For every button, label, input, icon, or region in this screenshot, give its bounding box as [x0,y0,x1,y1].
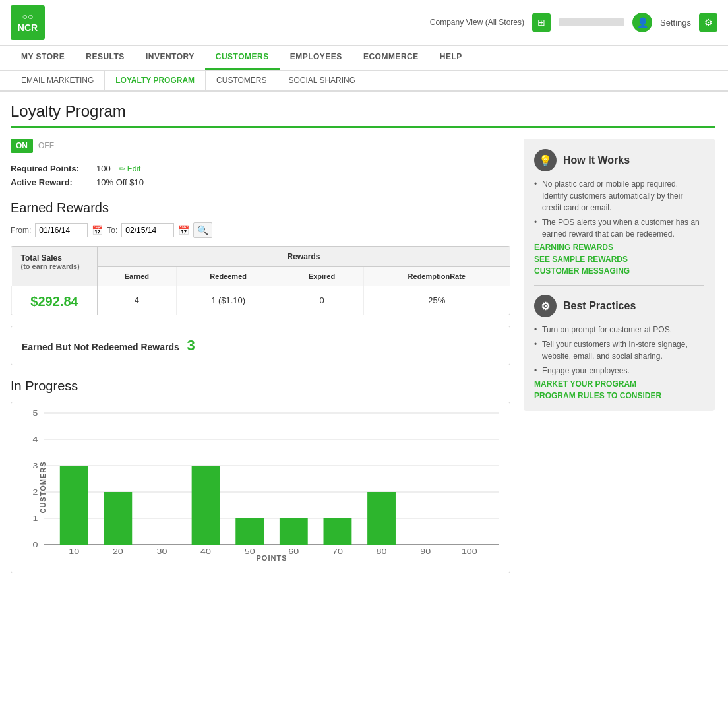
avatar: 👤 [632,13,652,32]
green-divider [11,126,715,128]
sidebar-box: 💡 How It Works No plastic card or mobile… [524,139,715,411]
ncr-logo: ○○NCR [11,5,45,40]
sub-nav: EMAIL MARKETING LOYALTY PROGRAM CUSTOMER… [0,71,728,92]
nav-item-ecommerce[interactable]: ECOMMERCE [353,46,429,70]
nav-item-employees[interactable]: EMPLOYEES [280,46,353,70]
settings-gear-btn[interactable]: ⚙ [699,13,717,32]
how-it-works-bullet1: No plastic card or mobile app required. … [534,178,704,214]
svg-rect-17 [192,466,220,545]
earning-rewards-link[interactable]: EARNING REWARDS [534,243,704,252]
svg-text:90: 90 [420,547,431,556]
nav-item-results[interactable]: RESULTS [75,46,135,70]
best-practices-bullet1: Turn on prompt for customer at POS. [534,324,704,336]
best-practices-title: Best Practices [563,300,636,312]
in-progress-title: In Progress [11,379,510,394]
sidebar-divider [534,285,704,286]
active-reward-row: Active Reward: 10% Off $10 [11,177,510,187]
logo-area: ○○NCR [11,5,45,40]
svg-text:30: 30 [157,547,167,556]
total-sales-col-sub: (to earn rewards) [21,263,88,270]
company-view-icon-btn[interactable]: ⊞ [532,13,551,32]
content-layout: ON OFF Required Points: 100 ✏Edit Active… [11,139,715,573]
search-btn[interactable]: 🔍 [193,222,212,238]
to-date-input[interactable] [121,223,174,237]
customer-messaging-link[interactable]: CUSTOMER MESSAGING [534,266,704,276]
main-nav: MY STORE RESULTS INVENTORY CUSTOMERS EMP… [0,46,728,71]
edit-icon: ✏ [119,164,125,173]
required-points-label: Required Points: [11,164,96,173]
nav-item-customers[interactable]: CUSTOMERS [205,46,280,70]
svg-text:2: 2 [33,487,38,496]
svg-rect-19 [235,518,264,545]
toggle-on-btn[interactable]: ON [11,139,33,153]
sub-nav-social-sharing[interactable]: SOCIAL SHARING [278,71,367,90]
svg-rect-12 [60,466,88,545]
toggle-row: ON OFF [11,139,510,153]
company-view-label: Company View (All Stores) [430,18,524,27]
svg-text:100: 100 [462,547,477,556]
svg-text:5: 5 [33,408,38,417]
rewards-table: Total Sales (to earn rewards) Rewards Ea… [11,246,510,315]
sidebar-section: 💡 How It Works No plastic card or mobile… [524,139,715,573]
expired-sub-header: Expired [280,267,363,286]
how-it-works-bullet2: The POS alerts you when a customer has a… [534,216,704,240]
svg-text:70: 70 [332,547,343,556]
redeemed-value: 1 ($1.10) [176,286,280,315]
page-title: Loyalty Program [11,102,715,121]
sub-nav-customers[interactable]: CUSTOMERS [206,71,278,90]
svg-text:50: 50 [245,547,255,556]
expired-value: 0 [280,286,363,315]
svg-text:4: 4 [33,435,38,443]
to-calendar-icon[interactable]: 📅 [178,225,189,235]
active-reward-value: 10% Off $10 [96,177,144,187]
chart-container: CUSTOMERS 5 4 3 2 [11,402,510,573]
svg-rect-14 [104,492,132,545]
svg-text:20: 20 [113,547,123,556]
from-label: From: [11,226,31,235]
svg-rect-23 [324,518,352,545]
total-sales-col-header: Total Sales [21,253,88,263]
redeemed-sub-header: Redeemed [176,267,280,286]
svg-text:60: 60 [288,547,299,556]
nav-item-help[interactable]: HELP [429,46,473,70]
redemption-rate-sub-header: RedemptionRate [363,267,510,286]
redemption-rate-value: 25% [363,286,510,315]
program-rules-link[interactable]: PROGRAM RULES TO CONSIDER [534,391,704,400]
best-practices-bullet3: Engage your employees. [534,365,704,377]
see-sample-rewards-link[interactable]: SEE SAMPLE REWARDS [534,255,704,264]
earned-value: 4 [98,286,177,315]
not-redeemed-label: Earned But Not Redeemed Rewards [22,342,179,352]
nav-item-inventory[interactable]: INVENTORY [135,46,205,70]
total-sales-amount: $292.84 [18,294,90,309]
rewards-col-header: Rewards [98,247,510,267]
svg-rect-21 [280,518,308,545]
user-name-blur [559,18,624,26]
edit-link[interactable]: ✏Edit [119,164,141,173]
how-it-works-title-row: 💡 How It Works [534,149,704,171]
best-practices-title-row: ⚙ Best Practices [534,295,704,317]
sub-nav-email-marketing[interactable]: EMAIL MARKETING [11,71,105,90]
from-date-input[interactable] [35,223,88,237]
svg-text:10: 10 [69,547,79,556]
toggle-off-btn[interactable]: OFF [38,141,54,150]
market-your-program-link[interactable]: MARKET YOUR PROGRAM [534,379,704,388]
bar-chart-svg: 5 4 3 2 1 0 10 20 30 [44,413,499,545]
svg-rect-25 [367,492,396,545]
earned-rewards-title: Earned Rewards [11,201,510,216]
active-reward-label: Active Reward: [11,177,96,187]
best-practices-icon: ⚙ [534,295,557,317]
top-header: ○○NCR Company View (All Stores) ⊞ 👤 Sett… [0,0,728,46]
svg-text:40: 40 [200,547,211,556]
page-content: Loyalty Program ON OFF Required Points: … [0,92,725,584]
earned-sub-header: Earned [98,267,177,286]
nav-item-my-store[interactable]: MY STORE [11,46,75,70]
header-right: Company View (All Stores) ⊞ 👤 Settings ⚙ [430,13,717,32]
settings-label: Settings [660,18,691,28]
sub-nav-loyalty-program[interactable]: LOYALTY PROGRAM [105,71,206,90]
how-it-works-icon: 💡 [534,149,557,171]
svg-text:0: 0 [33,540,38,549]
date-range-row: From: 📅 To: 📅 🔍 [11,222,510,238]
from-calendar-icon[interactable]: 📅 [92,225,103,235]
svg-text:1: 1 [33,514,38,522]
required-points-row: Required Points: 100 ✏Edit [11,164,510,173]
